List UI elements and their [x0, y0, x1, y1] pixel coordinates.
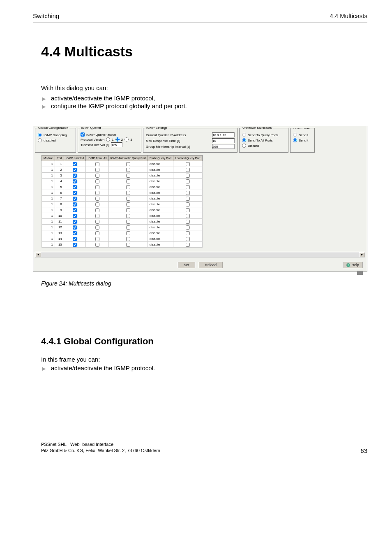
forw-checkbox[interactable]: [95, 197, 99, 201]
forw-checkbox[interactable]: [95, 191, 99, 195]
learned-checkbox[interactable]: [186, 179, 190, 183]
cell-learned: [173, 196, 202, 202]
help-button[interactable]: ? Help: [343, 262, 363, 268]
enabled-checkbox[interactable]: [73, 237, 77, 241]
learned-checkbox[interactable]: [186, 225, 190, 230]
forw-checkbox[interactable]: [95, 179, 99, 183]
learned-checkbox[interactable]: [186, 237, 190, 241]
forw-checkbox[interactable]: [95, 174, 99, 178]
known-opt2-radio[interactable]: [293, 138, 297, 142]
auto-checkbox[interactable]: [126, 174, 130, 178]
max-response-input[interactable]: [212, 138, 235, 143]
learned-checkbox[interactable]: [186, 197, 190, 201]
forw-checkbox[interactable]: [95, 225, 99, 230]
learned-checkbox[interactable]: [186, 162, 190, 166]
learned-checkbox[interactable]: [186, 168, 190, 172]
forw-checkbox[interactable]: [95, 185, 99, 189]
auto-checkbox[interactable]: [126, 185, 130, 189]
enabled-checkbox[interactable]: [73, 191, 77, 195]
col-learned-query[interactable]: Learned Query Port: [173, 155, 202, 161]
enabled-checkbox[interactable]: [73, 179, 77, 183]
auto-checkbox[interactable]: [126, 231, 130, 235]
forw-checkbox[interactable]: [95, 231, 99, 235]
col-module[interactable]: Module: [42, 155, 55, 161]
col-port[interactable]: Port: [55, 155, 64, 161]
auto-checkbox[interactable]: [126, 202, 130, 207]
transmit-interval-input[interactable]: [111, 142, 122, 147]
enabled-checkbox[interactable]: [73, 231, 77, 235]
learned-checkbox[interactable]: [186, 231, 190, 235]
forw-checkbox[interactable]: [95, 220, 99, 224]
disabled-radio[interactable]: [38, 138, 42, 142]
auto-checkbox[interactable]: [126, 225, 130, 230]
enabled-checkbox[interactable]: [73, 174, 77, 178]
learned-checkbox[interactable]: [186, 220, 190, 224]
igmp-snooping-radio[interactable]: [38, 133, 42, 137]
learned-checkbox[interactable]: [186, 185, 190, 189]
auto-checkbox[interactable]: [126, 243, 130, 247]
querier-active-checkbox[interactable]: [81, 132, 85, 137]
auto-checkbox[interactable]: [126, 208, 130, 212]
scroll-left-icon[interactable]: ◂: [35, 252, 41, 257]
resize-grip-icon[interactable]: [357, 271, 363, 275]
cell-port: 1: [55, 161, 64, 167]
forw-checkbox[interactable]: [95, 214, 99, 218]
auto-checkbox[interactable]: [126, 179, 130, 183]
auto-checkbox[interactable]: [126, 162, 130, 166]
table-row: 16disable: [42, 190, 203, 196]
col-igmp-forw[interactable]: IGMP Forw. All: [86, 155, 108, 161]
protocol-v1-radio[interactable]: [106, 137, 110, 142]
cell-static: disable: [148, 242, 173, 248]
learned-checkbox[interactable]: [186, 202, 190, 207]
table-row: 110disable: [42, 213, 203, 219]
col-igmp-auto[interactable]: IGMP Automatic Query Port: [108, 155, 148, 161]
enabled-checkbox[interactable]: [73, 214, 77, 218]
auto-checkbox[interactable]: [126, 237, 130, 241]
enabled-checkbox[interactable]: [73, 225, 77, 230]
enabled-checkbox[interactable]: [73, 208, 77, 212]
forw-checkbox[interactable]: [95, 202, 99, 207]
forw-checkbox[interactable]: [95, 168, 99, 172]
forw-checkbox[interactable]: [95, 243, 99, 247]
horizontal-scrollbar[interactable]: ◂ ▸: [35, 252, 365, 258]
protocol-v3-radio[interactable]: [125, 137, 129, 142]
learned-checkbox[interactable]: [186, 208, 190, 212]
learned-checkbox[interactable]: [186, 214, 190, 218]
max-response-label: Max Response Time [s]: [146, 139, 180, 143]
col-igmp-enabled[interactable]: IGMP enabled: [64, 155, 86, 161]
set-button[interactable]: Set: [178, 262, 196, 268]
auto-checkbox[interactable]: [126, 214, 130, 218]
auto-checkbox[interactable]: [126, 191, 130, 195]
reload-button[interactable]: Reload: [198, 262, 223, 268]
footer-text: PSSnet SHL - Web- based Interface Pilz G…: [41, 441, 160, 454]
page-number: 63: [360, 447, 367, 454]
auto-checkbox[interactable]: [126, 197, 130, 201]
protocol-v2-radio[interactable]: [115, 137, 120, 142]
table-row: 15disable: [42, 184, 203, 190]
group-interval-input[interactable]: [212, 144, 235, 149]
enabled-checkbox[interactable]: [73, 162, 77, 166]
enabled-checkbox[interactable]: [73, 185, 77, 189]
send-query-ports-radio[interactable]: [242, 133, 246, 137]
auto-checkbox[interactable]: [126, 168, 130, 172]
forw-checkbox[interactable]: [95, 208, 99, 212]
forw-checkbox[interactable]: [95, 162, 99, 166]
querier-active-label: IGMP Querier active: [86, 133, 116, 137]
learned-checkbox[interactable]: [186, 243, 190, 247]
auto-checkbox[interactable]: [126, 220, 130, 224]
known-opt1-radio[interactable]: [293, 133, 297, 137]
learned-checkbox[interactable]: [186, 191, 190, 195]
scroll-right-icon[interactable]: ▸: [359, 252, 365, 257]
forw-checkbox[interactable]: [95, 237, 99, 241]
enabled-checkbox[interactable]: [73, 197, 77, 201]
enabled-checkbox[interactable]: [73, 168, 77, 172]
send-all-ports-radio[interactable]: [242, 138, 246, 142]
learned-checkbox[interactable]: [186, 174, 190, 178]
discard-radio[interactable]: [242, 144, 246, 148]
enabled-checkbox[interactable]: [73, 202, 77, 207]
col-static-query[interactable]: Static Query Port: [148, 155, 173, 161]
cell-enabled: [64, 236, 86, 242]
enabled-checkbox[interactable]: [73, 243, 77, 247]
enabled-checkbox[interactable]: [73, 220, 77, 224]
global-config-panel: Global Configuration IGMP Snooping disab…: [35, 128, 76, 153]
